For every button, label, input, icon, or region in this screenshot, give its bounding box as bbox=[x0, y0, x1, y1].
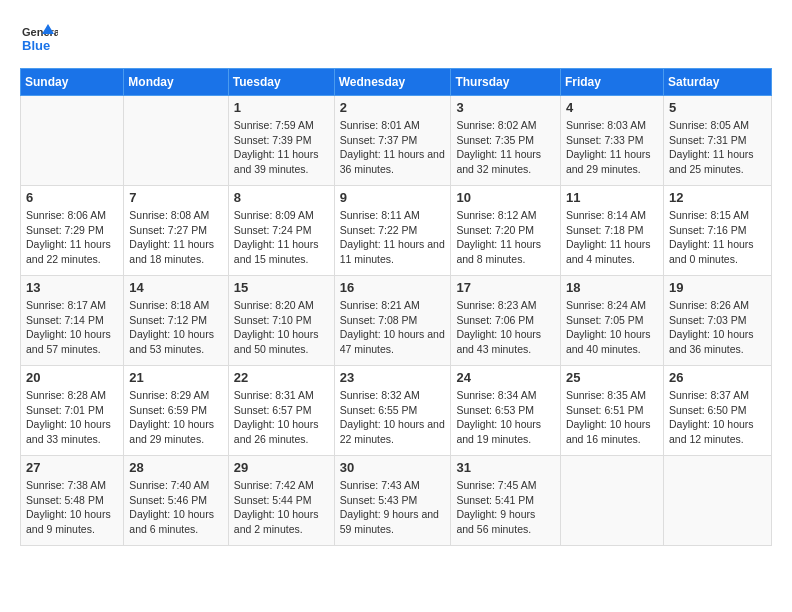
day-number: 26 bbox=[669, 370, 766, 385]
day-info: Sunrise: 8:20 AMSunset: 7:10 PMDaylight:… bbox=[234, 298, 329, 357]
calendar-cell: 4Sunrise: 8:03 AMSunset: 7:33 PMDaylight… bbox=[560, 96, 663, 186]
calendar-cell: 14Sunrise: 8:18 AMSunset: 7:12 PMDayligh… bbox=[124, 276, 228, 366]
day-number: 14 bbox=[129, 280, 222, 295]
day-info: Sunrise: 8:02 AMSunset: 7:35 PMDaylight:… bbox=[456, 118, 555, 177]
calendar-cell: 9Sunrise: 8:11 AMSunset: 7:22 PMDaylight… bbox=[334, 186, 451, 276]
calendar-week-row: 20Sunrise: 8:28 AMSunset: 7:01 PMDayligh… bbox=[21, 366, 772, 456]
calendar-table: SundayMondayTuesdayWednesdayThursdayFrid… bbox=[20, 68, 772, 546]
page-header: General Blue bbox=[20, 20, 772, 58]
logo: General Blue bbox=[20, 20, 58, 58]
day-number: 11 bbox=[566, 190, 658, 205]
calendar-cell: 23Sunrise: 8:32 AMSunset: 6:55 PMDayligh… bbox=[334, 366, 451, 456]
logo-graphic: General Blue bbox=[20, 20, 58, 58]
day-info: Sunrise: 8:11 AMSunset: 7:22 PMDaylight:… bbox=[340, 208, 446, 267]
calendar-week-row: 27Sunrise: 7:38 AMSunset: 5:48 PMDayligh… bbox=[21, 456, 772, 546]
day-info: Sunrise: 8:17 AMSunset: 7:14 PMDaylight:… bbox=[26, 298, 118, 357]
day-info: Sunrise: 7:40 AMSunset: 5:46 PMDaylight:… bbox=[129, 478, 222, 537]
calendar-cell: 20Sunrise: 8:28 AMSunset: 7:01 PMDayligh… bbox=[21, 366, 124, 456]
day-number: 9 bbox=[340, 190, 446, 205]
day-number: 2 bbox=[340, 100, 446, 115]
calendar-cell: 2Sunrise: 8:01 AMSunset: 7:37 PMDaylight… bbox=[334, 96, 451, 186]
weekday-header: Sunday bbox=[21, 69, 124, 96]
day-number: 17 bbox=[456, 280, 555, 295]
calendar-cell: 17Sunrise: 8:23 AMSunset: 7:06 PMDayligh… bbox=[451, 276, 561, 366]
calendar-cell: 18Sunrise: 8:24 AMSunset: 7:05 PMDayligh… bbox=[560, 276, 663, 366]
day-number: 3 bbox=[456, 100, 555, 115]
day-info: Sunrise: 8:18 AMSunset: 7:12 PMDaylight:… bbox=[129, 298, 222, 357]
day-number: 25 bbox=[566, 370, 658, 385]
calendar-cell bbox=[124, 96, 228, 186]
day-number: 22 bbox=[234, 370, 329, 385]
calendar-week-row: 6Sunrise: 8:06 AMSunset: 7:29 PMDaylight… bbox=[21, 186, 772, 276]
day-number: 21 bbox=[129, 370, 222, 385]
day-number: 7 bbox=[129, 190, 222, 205]
day-number: 23 bbox=[340, 370, 446, 385]
day-number: 20 bbox=[26, 370, 118, 385]
calendar-cell: 13Sunrise: 8:17 AMSunset: 7:14 PMDayligh… bbox=[21, 276, 124, 366]
weekday-header: Wednesday bbox=[334, 69, 451, 96]
day-info: Sunrise: 8:15 AMSunset: 7:16 PMDaylight:… bbox=[669, 208, 766, 267]
day-info: Sunrise: 8:05 AMSunset: 7:31 PMDaylight:… bbox=[669, 118, 766, 177]
logo-container: General Blue bbox=[20, 20, 58, 58]
calendar-cell bbox=[663, 456, 771, 546]
calendar-cell bbox=[21, 96, 124, 186]
day-info: Sunrise: 8:23 AMSunset: 7:06 PMDaylight:… bbox=[456, 298, 555, 357]
calendar-cell: 21Sunrise: 8:29 AMSunset: 6:59 PMDayligh… bbox=[124, 366, 228, 456]
calendar-week-row: 1Sunrise: 7:59 AMSunset: 7:39 PMDaylight… bbox=[21, 96, 772, 186]
day-info: Sunrise: 8:34 AMSunset: 6:53 PMDaylight:… bbox=[456, 388, 555, 447]
day-info: Sunrise: 7:38 AMSunset: 5:48 PMDaylight:… bbox=[26, 478, 118, 537]
calendar-cell: 22Sunrise: 8:31 AMSunset: 6:57 PMDayligh… bbox=[228, 366, 334, 456]
weekday-header: Thursday bbox=[451, 69, 561, 96]
day-info: Sunrise: 8:37 AMSunset: 6:50 PMDaylight:… bbox=[669, 388, 766, 447]
day-number: 12 bbox=[669, 190, 766, 205]
day-number: 13 bbox=[26, 280, 118, 295]
calendar-cell: 8Sunrise: 8:09 AMSunset: 7:24 PMDaylight… bbox=[228, 186, 334, 276]
weekday-header: Friday bbox=[560, 69, 663, 96]
day-info: Sunrise: 8:24 AMSunset: 7:05 PMDaylight:… bbox=[566, 298, 658, 357]
calendar-cell: 12Sunrise: 8:15 AMSunset: 7:16 PMDayligh… bbox=[663, 186, 771, 276]
day-number: 4 bbox=[566, 100, 658, 115]
weekday-header: Monday bbox=[124, 69, 228, 96]
day-info: Sunrise: 8:06 AMSunset: 7:29 PMDaylight:… bbox=[26, 208, 118, 267]
day-info: Sunrise: 8:35 AMSunset: 6:51 PMDaylight:… bbox=[566, 388, 658, 447]
calendar-cell: 5Sunrise: 8:05 AMSunset: 7:31 PMDaylight… bbox=[663, 96, 771, 186]
calendar-cell: 16Sunrise: 8:21 AMSunset: 7:08 PMDayligh… bbox=[334, 276, 451, 366]
day-number: 1 bbox=[234, 100, 329, 115]
calendar-cell: 11Sunrise: 8:14 AMSunset: 7:18 PMDayligh… bbox=[560, 186, 663, 276]
calendar-cell: 15Sunrise: 8:20 AMSunset: 7:10 PMDayligh… bbox=[228, 276, 334, 366]
calendar-cell bbox=[560, 456, 663, 546]
day-info: Sunrise: 8:26 AMSunset: 7:03 PMDaylight:… bbox=[669, 298, 766, 357]
day-number: 5 bbox=[669, 100, 766, 115]
svg-text:Blue: Blue bbox=[22, 38, 50, 53]
day-info: Sunrise: 8:32 AMSunset: 6:55 PMDaylight:… bbox=[340, 388, 446, 447]
day-info: Sunrise: 8:08 AMSunset: 7:27 PMDaylight:… bbox=[129, 208, 222, 267]
day-info: Sunrise: 8:31 AMSunset: 6:57 PMDaylight:… bbox=[234, 388, 329, 447]
calendar-cell: 29Sunrise: 7:42 AMSunset: 5:44 PMDayligh… bbox=[228, 456, 334, 546]
day-info: Sunrise: 8:09 AMSunset: 7:24 PMDaylight:… bbox=[234, 208, 329, 267]
day-info: Sunrise: 8:28 AMSunset: 7:01 PMDaylight:… bbox=[26, 388, 118, 447]
calendar-cell: 10Sunrise: 8:12 AMSunset: 7:20 PMDayligh… bbox=[451, 186, 561, 276]
day-number: 8 bbox=[234, 190, 329, 205]
day-number: 27 bbox=[26, 460, 118, 475]
day-number: 16 bbox=[340, 280, 446, 295]
calendar-cell: 28Sunrise: 7:40 AMSunset: 5:46 PMDayligh… bbox=[124, 456, 228, 546]
day-number: 29 bbox=[234, 460, 329, 475]
calendar-week-row: 13Sunrise: 8:17 AMSunset: 7:14 PMDayligh… bbox=[21, 276, 772, 366]
calendar-cell: 6Sunrise: 8:06 AMSunset: 7:29 PMDaylight… bbox=[21, 186, 124, 276]
day-info: Sunrise: 8:12 AMSunset: 7:20 PMDaylight:… bbox=[456, 208, 555, 267]
day-info: Sunrise: 7:43 AMSunset: 5:43 PMDaylight:… bbox=[340, 478, 446, 537]
day-number: 18 bbox=[566, 280, 658, 295]
day-number: 6 bbox=[26, 190, 118, 205]
calendar-cell: 3Sunrise: 8:02 AMSunset: 7:35 PMDaylight… bbox=[451, 96, 561, 186]
calendar-cell: 1Sunrise: 7:59 AMSunset: 7:39 PMDaylight… bbox=[228, 96, 334, 186]
calendar-cell: 25Sunrise: 8:35 AMSunset: 6:51 PMDayligh… bbox=[560, 366, 663, 456]
day-number: 19 bbox=[669, 280, 766, 295]
day-info: Sunrise: 8:01 AMSunset: 7:37 PMDaylight:… bbox=[340, 118, 446, 177]
calendar-cell: 30Sunrise: 7:43 AMSunset: 5:43 PMDayligh… bbox=[334, 456, 451, 546]
day-info: Sunrise: 7:42 AMSunset: 5:44 PMDaylight:… bbox=[234, 478, 329, 537]
weekday-header: Saturday bbox=[663, 69, 771, 96]
day-number: 28 bbox=[129, 460, 222, 475]
calendar-cell: 7Sunrise: 8:08 AMSunset: 7:27 PMDaylight… bbox=[124, 186, 228, 276]
calendar-cell: 24Sunrise: 8:34 AMSunset: 6:53 PMDayligh… bbox=[451, 366, 561, 456]
day-info: Sunrise: 8:21 AMSunset: 7:08 PMDaylight:… bbox=[340, 298, 446, 357]
